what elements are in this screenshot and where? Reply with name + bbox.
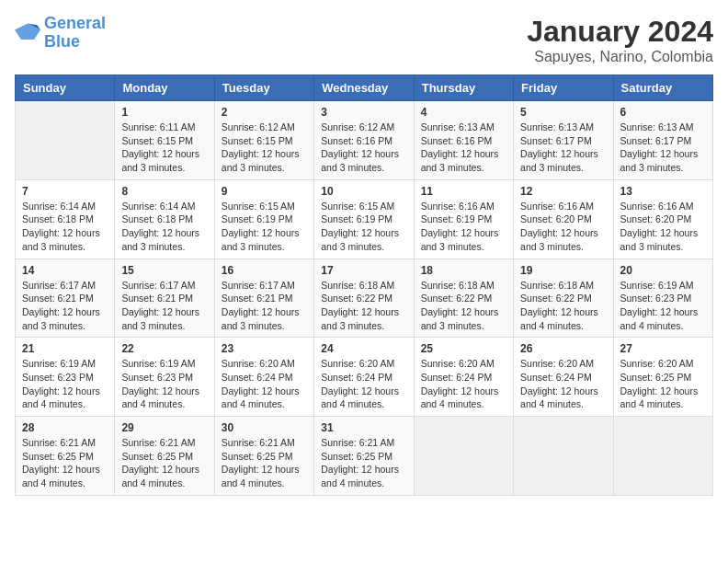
day-number: 12 <box>520 185 606 198</box>
day-number: 18 <box>421 264 506 277</box>
cell-details: Sunrise: 6:13 AMSunset: 6:16 PMDaylight:… <box>421 121 499 173</box>
calendar-cell: 13Sunrise: 6:16 AMSunset: 6:20 PMDayligh… <box>613 179 712 259</box>
calendar-cell <box>613 417 712 496</box>
calendar-cell: 20Sunrise: 6:19 AMSunset: 6:23 PMDayligh… <box>613 259 712 338</box>
calendar-cell: 23Sunrise: 6:20 AMSunset: 6:24 PMDayligh… <box>214 338 313 417</box>
calendar-week-1: 1Sunrise: 6:11 AMSunset: 6:15 PMDaylight… <box>16 101 713 180</box>
calendar-cell: 22Sunrise: 6:19 AMSunset: 6:23 PMDayligh… <box>115 338 214 417</box>
day-number: 30 <box>222 421 307 434</box>
day-number: 29 <box>121 421 207 434</box>
day-number: 24 <box>321 342 406 355</box>
page-header: General Blue January 2024 Sapuyes, Narin… <box>15 15 713 65</box>
calendar-cell: 14Sunrise: 6:17 AMSunset: 6:21 PMDayligh… <box>16 259 115 338</box>
cell-details: Sunrise: 6:19 AMSunset: 6:23 PMDaylight:… <box>620 280 699 331</box>
calendar-cell: 4Sunrise: 6:13 AMSunset: 6:16 PMDaylight… <box>414 101 513 180</box>
calendar-cell: 15Sunrise: 6:17 AMSunset: 6:21 PMDayligh… <box>115 259 214 338</box>
calendar-cell: 6Sunrise: 6:13 AMSunset: 6:17 PMDaylight… <box>613 101 712 180</box>
cell-details: Sunrise: 6:15 AMSunset: 6:19 PMDaylight:… <box>321 201 399 252</box>
calendar-cell: 31Sunrise: 6:21 AMSunset: 6:25 PMDayligh… <box>314 417 414 496</box>
logo-icon <box>15 20 40 46</box>
calendar-title: January 2024 <box>527 15 713 49</box>
cell-details: Sunrise: 6:20 AMSunset: 6:24 PMDaylight:… <box>520 358 598 409</box>
cell-details: Sunrise: 6:21 AMSunset: 6:25 PMDaylight:… <box>121 437 199 488</box>
weekday-header-monday: Monday <box>115 75 214 101</box>
weekday-header-tuesday: Tuesday <box>214 75 313 101</box>
weekday-header-thursday: Thursday <box>414 75 513 101</box>
cell-details: Sunrise: 6:19 AMSunset: 6:23 PMDaylight:… <box>121 358 199 409</box>
cell-details: Sunrise: 6:17 AMSunset: 6:21 PMDaylight:… <box>222 280 300 331</box>
calendar-week-3: 14Sunrise: 6:17 AMSunset: 6:21 PMDayligh… <box>16 259 713 338</box>
logo: General Blue <box>15 15 106 52</box>
cell-details: Sunrise: 6:18 AMSunset: 6:22 PMDaylight:… <box>421 280 499 331</box>
day-number: 20 <box>620 264 706 277</box>
calendar-cell: 26Sunrise: 6:20 AMSunset: 6:24 PMDayligh… <box>514 338 613 417</box>
calendar-cell: 8Sunrise: 6:14 AMSunset: 6:18 PMDaylight… <box>115 179 214 259</box>
cell-details: Sunrise: 6:20 AMSunset: 6:25 PMDaylight:… <box>620 358 699 409</box>
cell-details: Sunrise: 6:13 AMSunset: 6:17 PMDaylight:… <box>520 121 598 173</box>
cell-details: Sunrise: 6:13 AMSunset: 6:17 PMDaylight:… <box>620 121 699 173</box>
day-number: 22 <box>121 342 207 355</box>
cell-details: Sunrise: 6:21 AMSunset: 6:25 PMDaylight:… <box>321 437 399 488</box>
day-number: 26 <box>520 342 606 355</box>
day-number: 14 <box>22 264 108 277</box>
logo-text: General Blue <box>44 15 106 52</box>
weekday-header-friday: Friday <box>514 75 613 101</box>
calendar-cell: 21Sunrise: 6:19 AMSunset: 6:23 PMDayligh… <box>16 338 115 417</box>
day-number: 5 <box>520 106 606 119</box>
logo-line1: General <box>44 14 106 32</box>
cell-details: Sunrise: 6:16 AMSunset: 6:20 PMDaylight:… <box>620 201 699 252</box>
cell-details: Sunrise: 6:16 AMSunset: 6:20 PMDaylight:… <box>520 201 598 252</box>
weekday-header-wednesday: Wednesday <box>314 75 414 101</box>
calendar-subtitle: Sapuyes, Narino, Colombia <box>527 49 713 65</box>
calendar-title-area: January 2024 Sapuyes, Narino, Colombia <box>527 15 713 65</box>
calendar-cell: 10Sunrise: 6:15 AMSunset: 6:19 PMDayligh… <box>314 179 414 259</box>
day-number: 10 <box>321 185 406 198</box>
calendar-cell <box>514 417 613 496</box>
calendar-cell: 17Sunrise: 6:18 AMSunset: 6:22 PMDayligh… <box>314 259 414 338</box>
calendar-cell: 30Sunrise: 6:21 AMSunset: 6:25 PMDayligh… <box>214 417 313 496</box>
cell-details: Sunrise: 6:12 AMSunset: 6:16 PMDaylight:… <box>321 121 399 173</box>
cell-details: Sunrise: 6:21 AMSunset: 6:25 PMDaylight:… <box>22 437 100 488</box>
day-number: 1 <box>121 106 207 119</box>
calendar-week-2: 7Sunrise: 6:14 AMSunset: 6:18 PMDaylight… <box>16 179 713 259</box>
calendar-cell: 3Sunrise: 6:12 AMSunset: 6:16 PMDaylight… <box>314 101 414 180</box>
calendar-cell: 24Sunrise: 6:20 AMSunset: 6:24 PMDayligh… <box>314 338 414 417</box>
calendar-cell <box>414 417 513 496</box>
day-number: 25 <box>421 342 506 355</box>
calendar-cell: 9Sunrise: 6:15 AMSunset: 6:19 PMDaylight… <box>214 179 313 259</box>
cell-details: Sunrise: 6:18 AMSunset: 6:22 PMDaylight:… <box>321 280 399 331</box>
calendar-cell: 16Sunrise: 6:17 AMSunset: 6:21 PMDayligh… <box>214 259 313 338</box>
cell-details: Sunrise: 6:17 AMSunset: 6:21 PMDaylight:… <box>121 280 199 331</box>
day-number: 7 <box>22 185 108 198</box>
calendar-cell <box>16 101 115 180</box>
calendar-cell: 19Sunrise: 6:18 AMSunset: 6:22 PMDayligh… <box>514 259 613 338</box>
day-number: 9 <box>222 185 307 198</box>
cell-details: Sunrise: 6:20 AMSunset: 6:24 PMDaylight:… <box>222 358 300 409</box>
calendar-cell: 11Sunrise: 6:16 AMSunset: 6:19 PMDayligh… <box>414 179 513 259</box>
cell-details: Sunrise: 6:18 AMSunset: 6:22 PMDaylight:… <box>520 280 598 331</box>
cell-details: Sunrise: 6:11 AMSunset: 6:15 PMDaylight:… <box>121 121 199 173</box>
calendar-cell: 1Sunrise: 6:11 AMSunset: 6:15 PMDaylight… <box>115 101 214 180</box>
calendar-week-4: 21Sunrise: 6:19 AMSunset: 6:23 PMDayligh… <box>16 338 713 417</box>
cell-details: Sunrise: 6:19 AMSunset: 6:23 PMDaylight:… <box>22 358 100 409</box>
weekday-header-sunday: Sunday <box>16 75 115 101</box>
calendar-cell: 29Sunrise: 6:21 AMSunset: 6:25 PMDayligh… <box>115 417 214 496</box>
calendar-cell: 27Sunrise: 6:20 AMSunset: 6:25 PMDayligh… <box>613 338 712 417</box>
day-number: 15 <box>121 264 207 277</box>
day-number: 3 <box>321 106 406 119</box>
cell-details: Sunrise: 6:17 AMSunset: 6:21 PMDaylight:… <box>22 280 100 331</box>
calendar-cell: 28Sunrise: 6:21 AMSunset: 6:25 PMDayligh… <box>16 417 115 496</box>
calendar-cell: 12Sunrise: 6:16 AMSunset: 6:20 PMDayligh… <box>514 179 613 259</box>
day-number: 6 <box>620 106 706 119</box>
day-number: 17 <box>321 264 406 277</box>
cell-details: Sunrise: 6:20 AMSunset: 6:24 PMDaylight:… <box>321 358 399 409</box>
day-number: 4 <box>421 106 506 119</box>
logo-line2: Blue <box>44 32 80 51</box>
cell-details: Sunrise: 6:15 AMSunset: 6:19 PMDaylight:… <box>222 201 300 252</box>
day-number: 8 <box>121 185 207 198</box>
day-number: 28 <box>22 421 108 434</box>
day-number: 11 <box>421 185 506 198</box>
day-number: 31 <box>321 421 406 434</box>
cell-details: Sunrise: 6:16 AMSunset: 6:19 PMDaylight:… <box>421 201 499 252</box>
weekday-header-saturday: Saturday <box>613 75 712 101</box>
